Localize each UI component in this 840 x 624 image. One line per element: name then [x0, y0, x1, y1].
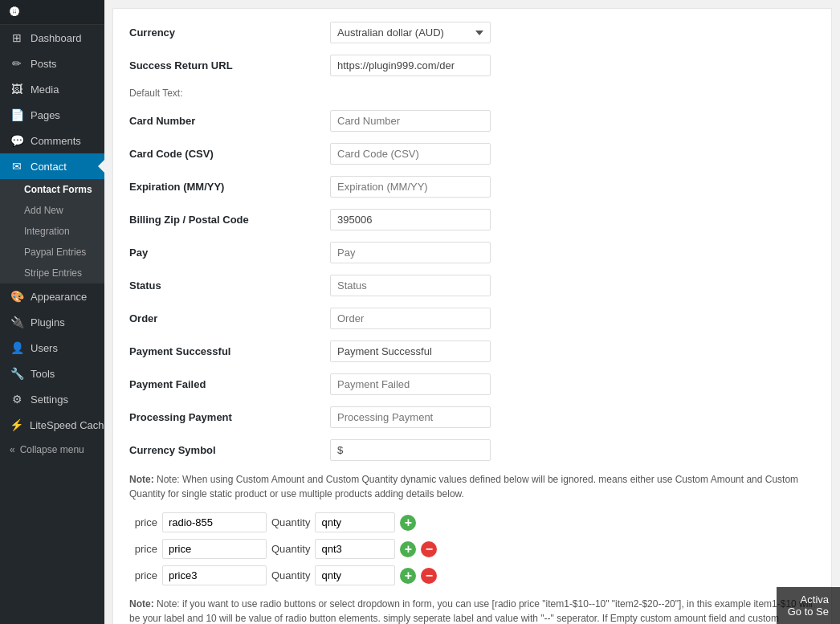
pay-row: Pay	[129, 242, 815, 263]
note2-text: Note: Note: if you want to use radio but…	[129, 597, 815, 624]
sidebar-item-posts[interactable]: ✏ Posts	[0, 51, 104, 76]
collapse-icon: «	[10, 444, 15, 455]
sidebar-item-contact[interactable]: ✉ Contact	[0, 153, 104, 179]
default-text-label: Default Text:	[129, 88, 330, 99]
sidebar-item-comments[interactable]: 💬 Comments	[0, 128, 104, 153]
sidebar: 🅦 ⊞ Dashboard ✏ Posts 🖼 Media 📄 Pages 💬 …	[0, 0, 104, 624]
sidebar-item-label: Media	[31, 84, 59, 96]
processing-payment-row: Processing Payment	[129, 406, 815, 428]
add-row-button-1[interactable]: +	[400, 515, 416, 531]
collapse-label: Collapse menu	[20, 444, 84, 455]
quantity-input-1[interactable]	[315, 512, 395, 532]
currency-select[interactable]: Australian dollar (AUD)US Dollar (USD)Eu…	[330, 22, 491, 43]
processing-payment-input[interactable]	[330, 406, 491, 428]
card-code-row: Card Code (CSV)	[129, 143, 815, 165]
appearance-icon: 🎨	[10, 290, 24, 303]
submenu-contact-forms[interactable]: Contact Forms	[0, 179, 104, 200]
activate-line2: Go to Se	[788, 606, 829, 618]
sidebar-item-pages[interactable]: 📄 Pages	[0, 102, 104, 128]
collapse-menu-button[interactable]: « Collapse menu	[0, 438, 104, 462]
price-row-2: price Quantity + −	[129, 539, 815, 559]
add-row-button-2[interactable]: +	[400, 541, 416, 557]
sidebar-item-litespeed[interactable]: ⚡ LiteSpeed Cache	[0, 412, 104, 438]
status-input[interactable]	[330, 275, 491, 296]
contact-submenu: Contact Forms Add New Integration Paypal…	[0, 179, 104, 283]
sidebar-item-media[interactable]: 🖼 Media	[0, 76, 104, 102]
pay-input[interactable]	[330, 242, 491, 263]
sidebar-item-appearance[interactable]: 🎨 Appearance	[0, 283, 104, 309]
order-label: Order	[129, 312, 330, 324]
status-row: Status	[129, 275, 815, 296]
comments-icon: 💬	[10, 134, 24, 147]
sidebar-logo: 🅦	[0, 0, 104, 25]
card-number-row: Card Number	[129, 110, 815, 132]
sidebar-item-settings[interactable]: ⚙ Settings	[0, 386, 104, 412]
expiration-input[interactable]	[330, 176, 491, 198]
activate-line1: Activa	[788, 593, 829, 606]
sidebar-item-plugins[interactable]: 🔌 Plugins	[0, 309, 104, 335]
card-code-input[interactable]	[330, 143, 491, 165]
payment-successful-label: Payment Successful	[129, 345, 330, 357]
sidebar-item-label: Tools	[31, 368, 55, 380]
billing-zip-row: Billing Zip / Postal Code	[129, 209, 815, 230]
sidebar-item-dashboard[interactable]: ⊞ Dashboard	[0, 25, 104, 51]
price-label-3: price	[129, 569, 157, 581]
billing-zip-label: Billing Zip / Postal Code	[129, 214, 330, 226]
price-input-1[interactable]	[162, 512, 267, 532]
expiration-label: Expiration (MM/YY)	[129, 181, 330, 193]
success-url-input[interactable]	[330, 55, 491, 76]
activate-overlay: Activa Go to Se	[777, 587, 840, 624]
currency-row: Currency Australian dollar (AUD)US Dolla…	[129, 22, 815, 43]
card-code-label: Card Code (CSV)	[129, 148, 330, 160]
payment-successful-input[interactable]	[330, 341, 491, 362]
price-label-1: price	[129, 516, 157, 528]
billing-zip-input[interactable]	[330, 209, 491, 230]
sidebar-item-label: Appearance	[31, 291, 87, 303]
sidebar-item-users[interactable]: 👤 Users	[0, 335, 104, 361]
payment-successful-row: Payment Successful	[129, 341, 815, 362]
submenu-add-new[interactable]: Add New	[0, 200, 104, 221]
settings-icon: ⚙	[10, 393, 24, 406]
processing-payment-label: Processing Payment	[129, 411, 330, 423]
price-input-2[interactable]	[162, 539, 267, 559]
note1-text: Note: Note: When using Custom Amount and…	[129, 472, 815, 501]
pay-label: Pay	[129, 247, 330, 259]
wp-icon: 🅦	[10, 6, 19, 18]
currency-label: Currency	[129, 27, 330, 39]
currency-symbol-input[interactable]	[330, 439, 491, 461]
sidebar-item-label: Users	[31, 342, 58, 354]
payment-failed-input[interactable]	[330, 373, 491, 395]
order-input[interactable]	[330, 308, 491, 329]
card-number-input[interactable]	[330, 110, 491, 132]
order-row: Order	[129, 308, 815, 329]
price-row-1: price Quantity +	[129, 512, 815, 532]
price-input-3[interactable]	[162, 565, 267, 585]
sidebar-item-label: Dashboard	[31, 32, 82, 44]
price-label-2: price	[129, 543, 157, 555]
media-icon: 🖼	[10, 83, 24, 96]
plugins-icon: 🔌	[10, 316, 24, 328]
sidebar-item-label: Comments	[31, 135, 81, 147]
contact-icon: ✉	[10, 160, 24, 173]
add-row-button-3[interactable]: +	[400, 568, 416, 584]
remove-row-button-2[interactable]: −	[421, 541, 437, 557]
main-content: Currency Australian dollar (AUD)US Dolla…	[104, 0, 840, 624]
expiration-row: Expiration (MM/YY)	[129, 176, 815, 198]
quantity-label-3: Quantity	[271, 569, 310, 581]
submenu-stripe-entries[interactable]: Stripe Entries	[0, 263, 104, 283]
sidebar-item-label: Plugins	[31, 316, 65, 328]
quantity-input-3[interactable]	[315, 565, 395, 585]
contact-arrow	[98, 160, 104, 173]
dashboard-icon: ⊞	[10, 31, 24, 44]
tools-icon: 🔧	[10, 367, 24, 380]
pages-icon: 📄	[10, 108, 24, 121]
quantity-input-2[interactable]	[315, 539, 395, 559]
submenu-paypal-entries[interactable]: Paypal Entries	[0, 242, 104, 263]
sidebar-item-label: Settings	[31, 394, 68, 406]
payment-failed-label: Payment Failed	[129, 378, 330, 390]
submenu-integration[interactable]: Integration	[0, 221, 104, 242]
remove-row-button-3[interactable]: −	[421, 568, 437, 584]
sidebar-item-label: Contact	[31, 161, 67, 173]
default-text-row: Default Text:	[129, 88, 815, 99]
sidebar-item-tools[interactable]: 🔧 Tools	[0, 361, 104, 386]
